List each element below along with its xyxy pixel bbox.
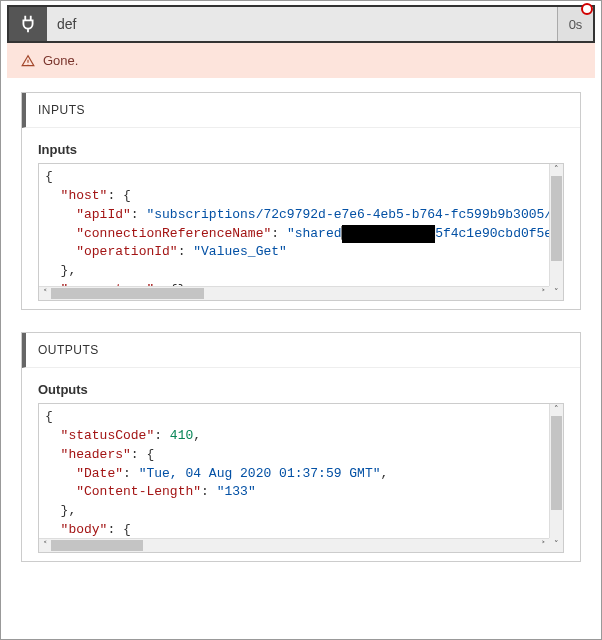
action-header[interactable]: def 0s <box>7 5 595 43</box>
scroll-up-icon[interactable]: ˄ <box>550 404 563 416</box>
scroll-down-icon[interactable] <box>550 526 563 538</box>
inputs-json-content: { "host": { "apiId": "subscriptions/72c9… <box>39 164 563 300</box>
inputs-json-viewer[interactable]: { "host": { "apiId": "subscriptions/72c9… <box>38 163 564 301</box>
outputs-label: Outputs <box>38 382 564 397</box>
inputs-card-title: INPUTS <box>22 93 580 128</box>
outputs-card-title: OUTPUTS <box>22 333 580 368</box>
horizontal-scrollbar[interactable]: ˂ ˃ <box>39 286 549 300</box>
error-indicator-icon <box>581 3 593 15</box>
scroll-thumb[interactable] <box>551 416 562 510</box>
vertical-scrollbar[interactable]: ˄ <box>549 164 563 286</box>
scroll-thumb[interactable] <box>51 540 143 551</box>
scroll-thumb[interactable] <box>51 288 204 299</box>
scroll-right-icon[interactable]: ˃ <box>537 539 549 552</box>
inputs-label: Inputs <box>38 142 564 157</box>
scroll-down-icon[interactable] <box>550 274 563 286</box>
vertical-scrollbar[interactable]: ˄ <box>549 404 563 538</box>
scroll-left-icon[interactable]: ˂ <box>39 539 51 552</box>
scroll-thumb[interactable] <box>551 176 562 261</box>
outputs-card: OUTPUTS Outputs { "statusCode": 410, "he… <box>21 332 581 562</box>
scroll-up-icon[interactable]: ˄ <box>550 164 563 176</box>
error-message: Gone. <box>43 53 78 68</box>
error-banner: Gone. <box>7 43 595 78</box>
action-title: def <box>47 7 557 41</box>
inputs-card: INPUTS Inputs { "host": { "apiId": "subs… <box>21 92 581 310</box>
redacted-text: ████████████ <box>342 225 436 244</box>
scroll-left-icon[interactable]: ˂ <box>39 287 51 300</box>
expand-icon[interactable]: ˅ <box>549 286 563 300</box>
expand-icon[interactable]: ˅ <box>549 538 563 552</box>
outputs-json-viewer[interactable]: { "statusCode": 410, "headers": { "Date"… <box>38 403 564 553</box>
warning-icon <box>21 54 35 68</box>
scroll-right-icon[interactable]: ˃ <box>537 287 549 300</box>
outputs-json-content: { "statusCode": 410, "headers": { "Date"… <box>39 404 563 552</box>
horizontal-scrollbar[interactable]: ˂ ˃ <box>39 538 549 552</box>
plug-icon <box>9 7 47 41</box>
